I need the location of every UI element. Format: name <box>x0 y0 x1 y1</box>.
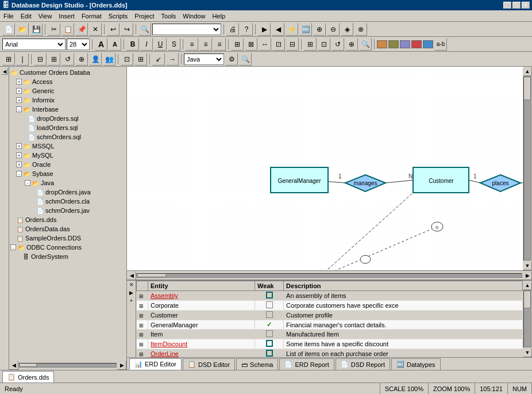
db-btn13[interactable]: ⚙ <box>225 53 238 66</box>
table-vscrollbar[interactable]: ▲ ▼ <box>523 281 532 357</box>
table-row-customer[interactable]: ⊞ Customer Customer profile <box>137 311 523 320</box>
menu-file[interactable]: File <box>0 12 17 21</box>
fmt-btn4[interactable]: ⊡ <box>272 38 285 51</box>
col-weak[interactable]: Weak <box>255 281 284 291</box>
close-button[interactable]: × <box>522 2 530 9</box>
vscroll-up-button[interactable]: ▲ <box>523 67 532 76</box>
tb4[interactable]: 🔤 <box>299 23 312 36</box>
fmt-btn5[interactable]: ⊟ <box>286 38 299 51</box>
table-scroll-track[interactable] <box>523 290 531 347</box>
zoom-fit-btn[interactable]: ⊕ <box>345 38 358 51</box>
scroll-thumb[interactable] <box>20 364 37 367</box>
sidebar-item-droporders-sql[interactable]: 📄 dropOrders.sql <box>10 114 125 123</box>
tb6[interactable]: ⊖ <box>327 23 340 36</box>
entity-name-orderline[interactable]: OrderLine <box>148 349 255 358</box>
bold-button[interactable]: B <box>126 38 139 51</box>
sidebar-item-ordersdata-das[interactable]: 📋 OrdersData.das <box>10 224 125 234</box>
print-button[interactable]: 🖨 <box>226 23 239 36</box>
tb3[interactable]: ⚡ <box>286 23 298 36</box>
undo-button[interactable]: ↩ <box>107 23 119 36</box>
new-button[interactable]: 📄 <box>2 23 15 36</box>
menu-project[interactable]: Project <box>131 12 157 21</box>
expand-informix[interactable]: + <box>16 97 22 103</box>
color-btn3[interactable] <box>400 40 410 48</box>
maximize-button[interactable]: □ <box>512 2 521 9</box>
menu-tools[interactable]: Tools <box>158 12 180 21</box>
table-row-item[interactable]: ⊞ Item Manufactured Item <box>137 330 523 339</box>
sidebar-item-odbc[interactable]: - 📂 ODBC Connections <box>10 243 125 252</box>
row-expand-assembly[interactable]: ⊞ <box>137 291 148 301</box>
font-grow-btn[interactable]: A <box>95 38 107 51</box>
align-btn1[interactable]: ≡ <box>186 38 198 51</box>
entity-name-corporate[interactable]: Corporate <box>148 301 255 311</box>
entity-name-item[interactable]: Item <box>148 330 255 339</box>
vscroll-thumb[interactable] <box>524 77 531 100</box>
strikethrough-button[interactable]: S <box>168 38 180 51</box>
sidebar-item-mysql[interactable]: + 📁 MySQL <box>10 151 125 160</box>
table-row-generalmanager[interactable]: ⊞ GeneralManager ✓ Financial manager's c… <box>137 320 523 330</box>
menu-format[interactable]: Format <box>78 12 105 21</box>
expand-sybase[interactable]: - <box>16 171 22 177</box>
expand-mssql[interactable]: + <box>16 143 22 149</box>
scroll-track[interactable] <box>19 363 117 368</box>
expand-access[interactable]: + <box>16 79 22 85</box>
sidebar-item-ordersystem[interactable]: 🗄 OrderSystem <box>10 252 125 261</box>
color-btn4[interactable] <box>411 40 422 48</box>
db-btn11[interactable]: ↙ <box>152 53 165 66</box>
sidebar-item-schmorders-jav[interactable]: 📄 schmOrders.jav <box>10 206 125 215</box>
color-btn2[interactable] <box>388 40 399 48</box>
entity-name-assembly[interactable]: Assembly <box>148 291 255 301</box>
tb7[interactable]: ◈ <box>341 23 353 36</box>
row-expand-corporate[interactable]: ⊞ <box>137 301 148 311</box>
tab-dsd-report[interactable]: 📄 DSD Report <box>336 358 390 370</box>
col-description[interactable]: Description <box>284 281 523 291</box>
menu-view[interactable]: View <box>35 12 56 21</box>
menu-scripts[interactable]: Scripts <box>105 12 132 21</box>
grid-btn2[interactable]: ⊡ <box>318 38 330 51</box>
menu-help[interactable]: Help <box>209 12 229 21</box>
help-button[interactable]: ? <box>240 23 253 36</box>
sidebar-item-loadorders-sql[interactable]: 📄 loadOrders.sql <box>10 123 125 132</box>
table-add-button[interactable]: + <box>130 298 133 304</box>
db-btn14[interactable]: 🔍 <box>239 53 252 66</box>
sidebar-item-access[interactable]: + 📁 Access <box>10 77 125 86</box>
table-scroll-up[interactable]: ▲ <box>523 281 532 290</box>
hscroll-track[interactable] <box>137 273 522 278</box>
collapse-left-button[interactable]: ◀ <box>1 68 8 75</box>
redo-button[interactable]: ↪ <box>121 23 133 36</box>
table-row-orderline[interactable]: ⊞ OrderLine List of items on each purcha… <box>137 349 523 358</box>
menu-window[interactable]: Window <box>179 12 209 21</box>
search-combo[interactable] <box>152 24 221 35</box>
tb5[interactable]: ⊕ <box>313 23 326 36</box>
sidebar-item-orders-dds[interactable]: 📋 Orders.dds <box>10 215 125 224</box>
db-btn9[interactable]: ⊡ <box>121 53 133 66</box>
expand-generic[interactable]: + <box>16 88 22 94</box>
table-close-button[interactable]: ✕ <box>129 282 134 288</box>
row-expand-item[interactable]: ⊞ <box>137 330 148 339</box>
fmt-btn1[interactable]: ⊞ <box>231 38 244 51</box>
text-btn[interactable]: a-b <box>434 38 447 51</box>
sidebar-item-schmorders-cla[interactable]: 📄 schmOrders.cla <box>10 197 125 206</box>
table-scroll-thumb[interactable] <box>524 291 531 308</box>
tab-schema[interactable]: 🗃 Schema <box>236 358 278 370</box>
save-button[interactable]: 💾 <box>30 23 43 36</box>
tab-erd-editor[interactable]: 📊 ERD Editor <box>129 358 182 370</box>
sidebar-item-schmorders-sql[interactable]: 📄 schmOrders.sql <box>10 132 125 141</box>
row-expand-orderline[interactable]: ⊞ <box>137 349 148 358</box>
hscroll-right-button[interactable]: ▶ <box>523 271 532 280</box>
color-btn1[interactable] <box>377 40 387 48</box>
size-combo[interactable]: 28 <box>67 39 90 50</box>
db-btn6[interactable]: ⊕ <box>75 53 88 66</box>
align-btn3[interactable]: ≡ <box>213 38 226 51</box>
find-button[interactable]: 🔍 <box>138 23 151 36</box>
font-combo[interactable]: Arial <box>2 39 65 50</box>
open-button[interactable]: 📂 <box>16 23 29 36</box>
db-btn2[interactable]: | <box>16 53 29 66</box>
db-btn7[interactable]: 👤 <box>89 53 102 66</box>
sidebar-item-generic[interactable]: + 📁 Generic <box>10 86 125 95</box>
db-btn3[interactable]: ⊟ <box>34 53 47 66</box>
sidebar-item-java[interactable]: - 📂 Java <box>10 178 125 188</box>
row-expand-gm[interactable]: ⊞ <box>137 320 148 330</box>
expand-interbase[interactable]: - <box>16 106 22 112</box>
color-btn5[interactable] <box>423 40 433 48</box>
